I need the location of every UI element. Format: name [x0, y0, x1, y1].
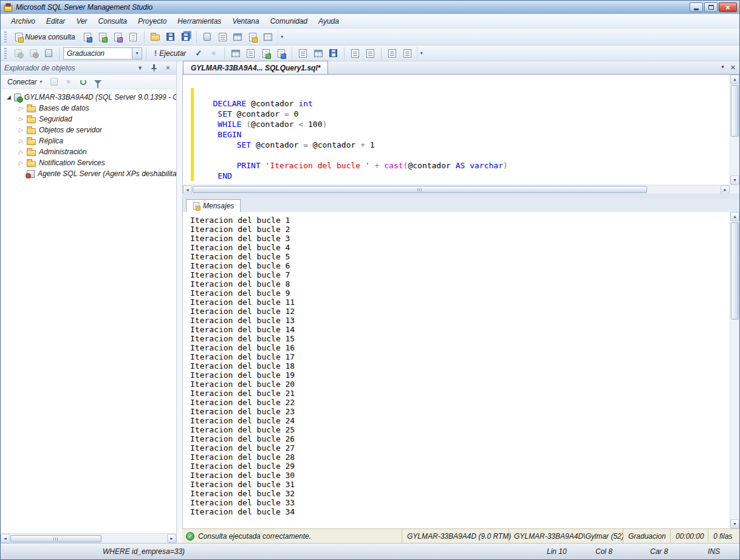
- toolbar-options-button[interactable]: ▾: [417, 47, 425, 60]
- close-document-button[interactable]: ✕: [730, 64, 736, 72]
- comment-icon: [351, 49, 359, 58]
- expander-collapsed-icon[interactable]: ▷: [18, 116, 24, 122]
- increase-indent-button[interactable]: [400, 47, 414, 60]
- actual-plan-button[interactable]: [259, 47, 273, 60]
- sqlcmd-mode-button[interactable]: [274, 47, 288, 60]
- comment-button[interactable]: [348, 47, 362, 60]
- maximize-button[interactable]: [704, 2, 718, 12]
- expander-collapsed-icon[interactable]: ▷: [18, 138, 24, 144]
- menu-item-herramientas[interactable]: Herramientas: [172, 15, 227, 28]
- tree-item-administración[interactable]: ▷Administración: [1, 146, 176, 157]
- scroll-left-button[interactable]: ◄: [1, 534, 10, 543]
- new-query-button[interactable]: Nueva consulta: [11, 30, 80, 44]
- results-to-file-button[interactable]: [326, 47, 340, 60]
- window-position-button[interactable]: ▼: [135, 63, 145, 72]
- scroll-right-button[interactable]: ►: [167, 534, 176, 543]
- expander-collapsed-icon[interactable]: ▷: [18, 160, 24, 166]
- hscroll-track[interactable]: [192, 186, 721, 193]
- minimize-button[interactable]: [690, 2, 703, 12]
- menu-item-ayuda[interactable]: Ayuda: [313, 15, 344, 28]
- tree-item-réplica[interactable]: ▷Réplica: [1, 135, 176, 146]
- menu-item-ver[interactable]: Ver: [70, 15, 92, 28]
- object-explorer-hscrollbar[interactable]: ◄ ►: [1, 533, 176, 543]
- xmla-query-button[interactable]: [126, 30, 140, 44]
- results-to-text-button[interactable]: [296, 47, 310, 60]
- vscroll-thumb[interactable]: [731, 222, 739, 319]
- execute-button[interactable]: ! Ejecutar: [150, 47, 190, 60]
- tree-item-server-root[interactable]: GYLMAR-33BA9A4D (SQL Server 9.0.1399 - G…: [1, 92, 176, 103]
- properties-window-button[interactable]: [261, 30, 275, 44]
- disconnect-button[interactable]: [26, 47, 40, 60]
- tab-mensajes[interactable]: Mensajes: [186, 199, 241, 212]
- editor-vscrollbar[interactable]: ▲ ▼: [730, 75, 739, 185]
- scroll-down-button[interactable]: ▼: [730, 519, 739, 528]
- cancel-query-button[interactable]: ■: [207, 47, 221, 60]
- message-line: Iteracion del bucle 27: [190, 443, 730, 452]
- document-tab[interactable]: GYLMAR-33BA9A4... SQLQuery1.sql*: [183, 61, 328, 74]
- save-all-button[interactable]: [179, 30, 193, 44]
- analyze-dta-button[interactable]: [244, 47, 258, 60]
- template-explorer-button[interactable]: [246, 30, 260, 44]
- menu-item-proyecto[interactable]: Proyecto: [132, 15, 172, 28]
- menu-item-consulta[interactable]: Consulta: [93, 15, 132, 28]
- object-explorer-tree[interactable]: GYLMAR-33BA9A4D (SQL Server 9.0.1399 - G…: [1, 89, 176, 533]
- expander-expanded-icon[interactable]: [7, 95, 11, 100]
- summary-button[interactable]: [216, 30, 230, 44]
- expander-collapsed-icon[interactable]: ▷: [18, 127, 24, 133]
- dmx-query-button[interactable]: [111, 30, 125, 44]
- tree-item-bases-de-datos[interactable]: ▷Bases de datos: [1, 103, 176, 114]
- editor-hscrollbar[interactable]: ◄ ►: [182, 185, 739, 194]
- scroll-down-button[interactable]: ▼: [730, 176, 739, 185]
- menu-item-editar[interactable]: Editar: [41, 15, 70, 28]
- auto-hide-button[interactable]: [149, 63, 159, 72]
- object-explorer-button[interactable]: [231, 30, 245, 44]
- toolbar-grip[interactable]: [4, 32, 7, 43]
- open-file-button[interactable]: [148, 30, 162, 44]
- database-engine-query-button[interactable]: [81, 30, 95, 44]
- menu-item-comunidad[interactable]: Comunidad: [265, 15, 313, 28]
- panel-splitter[interactable]: [177, 61, 182, 543]
- database-combobox[interactable]: Graduacion ▾: [63, 47, 142, 60]
- hscroll-thumb[interactable]: [10, 535, 101, 542]
- tree-item-notification-services[interactable]: ▷Notification Services: [1, 157, 176, 168]
- toolbar-options-button[interactable]: ▾: [278, 30, 286, 44]
- expander-collapsed-icon[interactable]: ▷: [18, 105, 24, 111]
- connect-button[interactable]: [11, 47, 25, 60]
- filter-button[interactable]: [92, 76, 104, 88]
- toolbar-grip[interactable]: [4, 48, 7, 59]
- estimated-plan-button[interactable]: [228, 47, 242, 60]
- vscroll-thumb[interactable]: [731, 85, 739, 137]
- scroll-left-button[interactable]: ◄: [183, 185, 192, 194]
- menu-item-archivo[interactable]: Archivo: [5, 15, 41, 28]
- code-area[interactable]: DECLARE @contador int SET @contador = 0 …: [183, 75, 730, 185]
- results-to-grid-button[interactable]: [311, 47, 325, 60]
- refresh-button[interactable]: [77, 76, 89, 88]
- decrease-indent-button[interactable]: [385, 47, 399, 60]
- expander-collapsed-icon[interactable]: ▷: [18, 149, 24, 155]
- scroll-up-button[interactable]: ▲: [730, 212, 739, 221]
- save-button[interactable]: [163, 30, 177, 44]
- connect-dropdown-button[interactable]: Conectar ▾: [4, 77, 46, 87]
- uncomment-button[interactable]: [363, 47, 377, 60]
- hscroll-track[interactable]: [10, 535, 167, 542]
- tree-item-sql-agent[interactable]: Agente SQL Server (Agent XPs deshabilita: [1, 168, 176, 179]
- menu-item-ventana[interactable]: Ventana: [227, 15, 264, 28]
- tree-item-seguridad[interactable]: ▷Seguridad: [1, 114, 176, 125]
- close-button[interactable]: ✕: [719, 2, 737, 12]
- change-connection-button[interactable]: [41, 47, 55, 60]
- messages-list[interactable]: Iteracion del bucle 1Iteracion del bucle…: [183, 212, 730, 528]
- messages-vscrollbar[interactable]: ▲ ▼: [730, 212, 739, 528]
- close-panel-button[interactable]: ✕: [163, 63, 173, 72]
- registered-servers-button[interactable]: [200, 30, 214, 44]
- combobox-dropdown-icon[interactable]: ▾: [132, 48, 142, 59]
- results-splitter[interactable]: [182, 194, 739, 199]
- hscroll-thumb[interactable]: [193, 186, 647, 193]
- parse-query-button[interactable]: ✓: [191, 47, 205, 60]
- disconnect-object-button[interactable]: [48, 76, 60, 88]
- scroll-up-button[interactable]: ▲: [730, 75, 739, 84]
- active-files-dropdown-button[interactable]: ▾: [721, 64, 724, 72]
- scroll-right-button[interactable]: ►: [721, 185, 730, 194]
- tree-item-objetos-de-servidor[interactable]: ▷Objetos de servidor: [1, 125, 176, 135]
- stop-object-button[interactable]: ■: [63, 76, 75, 88]
- mdx-query-button[interactable]: [96, 30, 110, 44]
